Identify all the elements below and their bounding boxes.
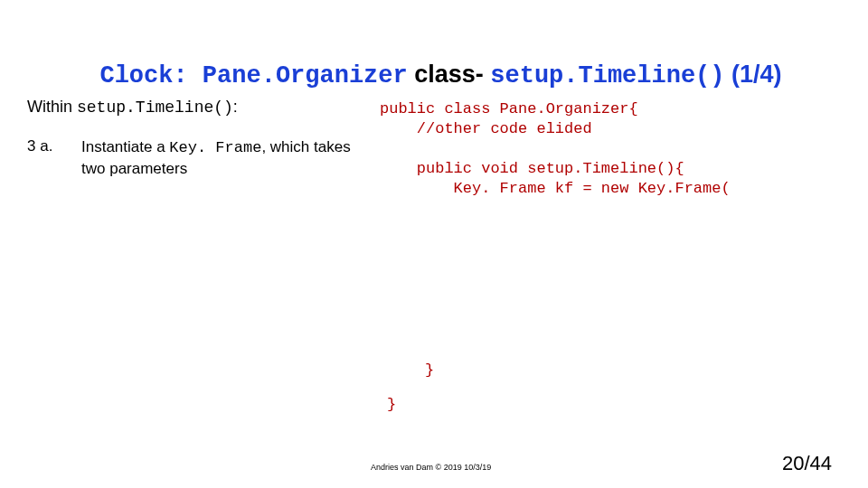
code-block: public class Pane.Organizer{ //other cod… [380,99,731,199]
intro-code: setup.Timeline() [77,99,233,117]
step-description: Instantiate a Key. Frame, which takes tw… [81,137,353,180]
title-part3: setup.Timeline() [490,62,724,89]
code-line5: Key. Frame kf = new Key.Frame( [380,180,731,197]
title-part1: Clock: Pane.Organizer [99,62,407,89]
intro-suffix: : [233,98,238,116]
title-part2: class- [408,61,491,88]
title-part4: (1/4) [725,61,782,88]
intro-prefix: Within [27,98,77,116]
code-line2: //other code elided [380,120,592,137]
page-number: 20/44 [782,452,832,475]
intro-text: Within setup.Timeline(): [27,98,238,117]
code-line4: public void setup.Timeline(){ [380,160,684,177]
step-number: 3 a. [27,137,52,155]
code-close-brace-2: } [387,396,396,413]
code-close-brace-1: } [425,361,434,379]
step-text-before: Instantiate a [81,138,169,155]
code-line1: public class Pane.Organizer{ [380,100,638,117]
slide-title: Clock: Pane.Organizer class- setup.Timel… [0,33,868,89]
footer-credit: Andries van Dam © 2019 10/3/19 [371,463,491,472]
step-code: Key. Frame [169,139,261,156]
